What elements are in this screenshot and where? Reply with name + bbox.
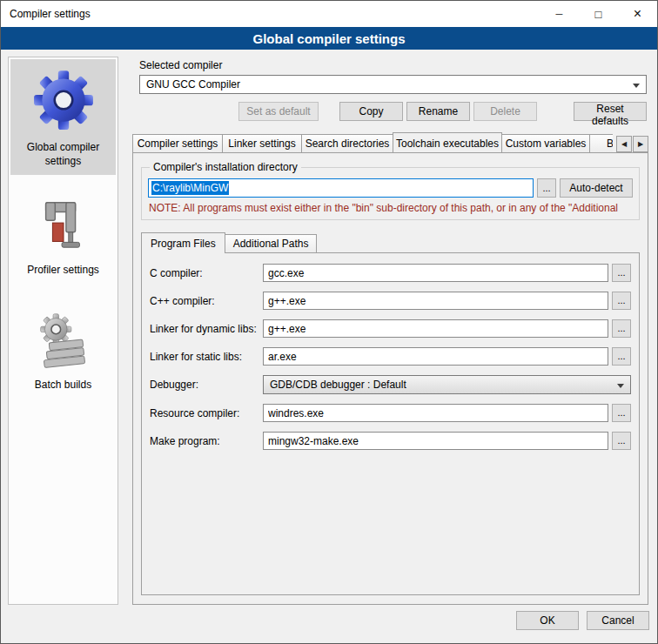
copy-button[interactable]: Copy (339, 102, 403, 121)
sidebar-item-global-compiler-settings[interactable]: Global compiler settings (10, 59, 116, 175)
chevron-down-icon (633, 84, 640, 88)
install-dir-groupbox: Compiler's installation directory C:\ray… (141, 161, 640, 220)
subtab-program-files[interactable]: Program Files (141, 232, 225, 253)
linker-dynamic-label: Linker for dynamic libs: (150, 323, 263, 335)
make-program-label: Make program: (150, 435, 263, 447)
main-panel: Selected compiler GNU GCC Compiler Set a… (127, 57, 650, 605)
batch-builds-icon (36, 312, 91, 368)
close-button[interactable]: × (618, 1, 657, 27)
sidebar-item-batch-builds[interactable]: Batch builds (10, 305, 116, 399)
arrow-right-icon: ▶ (638, 140, 643, 148)
cpp-compiler-label: C++ compiler: (150, 295, 263, 307)
subtab-additional-paths[interactable]: Additional Paths (225, 234, 318, 252)
tab-linker-settings[interactable]: Linker settings (222, 134, 302, 152)
tabs-viewport: Compiler settings Linker settings Search… (132, 132, 613, 152)
debugger-row: Debugger: GDB/CDB debugger : Default (150, 375, 631, 394)
page-title: Global compiler settings (1, 27, 657, 50)
minimize-button[interactable]: ─ (540, 1, 579, 27)
tab-toolchain-executables[interactable]: Toolchain executables (393, 132, 502, 152)
tab-scroll-right-button[interactable]: ▶ (633, 136, 648, 152)
linker-static-label: Linker for static libs: (150, 351, 263, 363)
program-files-panel: C compiler: ... C++ compiler: ... Linker… (141, 252, 640, 595)
cancel-button[interactable]: Cancel (587, 611, 649, 630)
selected-compiler-select[interactable]: GNU GCC Compiler (139, 75, 647, 94)
selected-compiler-value: GNU GCC Compiler (146, 78, 240, 91)
tab-scroll-left-button[interactable]: ◀ (616, 136, 632, 152)
compiler-settings-dialog: Compiler settings ─ □ × Global compiler … (0, 0, 658, 644)
note-text: NOTE: All programs must exist either in … (149, 202, 632, 214)
debugger-label: Debugger: (150, 379, 263, 391)
linker-static-input[interactable] (263, 347, 608, 366)
make-program-browse-button[interactable]: ... (612, 432, 631, 450)
make-program-input[interactable] (263, 432, 608, 450)
debugger-select[interactable]: GDB/CDB debugger : Default (263, 375, 631, 394)
tab-compiler-settings[interactable]: Compiler settings (132, 134, 223, 152)
compiler-tabstrip: Compiler settings Linker settings Search… (132, 132, 648, 152)
selected-compiler-label: Selected compiler (139, 59, 648, 71)
tab-search-directories[interactable]: Search directories (301, 134, 393, 152)
arrow-left-icon: ◀ (621, 140, 627, 148)
c-compiler-input[interactable] (263, 264, 608, 282)
rename-button[interactable]: Rename (406, 102, 470, 121)
install-dir-value: C:\raylib\MinGW (151, 181, 229, 195)
chevron-down-icon (617, 384, 624, 388)
tab-scrollers: ◀ ▶ (613, 136, 648, 152)
dialog-content: Global compiler settings Profiler setti (1, 50, 657, 607)
cpp-compiler-browse-button[interactable]: ... (612, 292, 631, 310)
sidebar-item-label: Global compiler settings (12, 141, 114, 168)
window-title: Compiler settings (1, 1, 540, 27)
cpp-compiler-row: C++ compiler: ... (150, 292, 631, 310)
minimize-icon: ─ (556, 9, 563, 19)
dialog-footer: OK Cancel (1, 607, 657, 643)
install-dir-group-title: Compiler's installation directory (150, 161, 301, 173)
install-dir-input[interactable]: C:\raylib\MinGW (148, 178, 534, 198)
delete-button[interactable]: Delete (473, 102, 537, 121)
debugger-value: GDB/CDB debugger : Default (270, 379, 406, 391)
gear-blue-icon (31, 66, 96, 131)
linker-static-browse-button[interactable]: ... (612, 347, 631, 366)
install-dir-row: C:\raylib\MinGW ... Auto-detect (148, 178, 633, 198)
tab-build-options[interactable]: Buil (589, 134, 613, 152)
linker-static-row: Linker for static libs: ... (150, 347, 631, 366)
resource-compiler-input[interactable] (263, 404, 608, 422)
c-compiler-browse-button[interactable]: ... (612, 264, 631, 282)
ok-button[interactable]: OK (516, 611, 579, 630)
install-dir-browse-button[interactable]: ... (537, 178, 556, 198)
resource-compiler-browse-button[interactable]: ... (612, 404, 631, 422)
close-icon: × (634, 6, 641, 22)
compiler-actions: Set as default Copy Rename Delete Reset … (139, 102, 647, 121)
maximize-button[interactable]: □ (579, 1, 618, 27)
set-as-default-button[interactable]: Set as default (238, 102, 319, 121)
tab-custom-variables[interactable]: Custom variables (501, 134, 590, 152)
auto-detect-button[interactable]: Auto-detect (560, 178, 633, 198)
resource-compiler-row: Resource compiler: ... (150, 404, 631, 422)
program-files-tabstrip: Program Files Additional Paths (141, 232, 640, 252)
toolchain-executables-panel: Compiler's installation directory C:\ray… (132, 152, 648, 605)
reset-defaults-button[interactable]: Reset defaults (574, 102, 647, 121)
linker-dynamic-browse-button[interactable]: ... (612, 319, 631, 338)
sidebar-item-label: Batch builds (35, 379, 91, 392)
maximize-icon: □ (595, 8, 602, 21)
titlebar: Compiler settings ─ □ × (1, 1, 657, 27)
sidebar-item-profiler-settings[interactable]: Profiler settings (10, 191, 116, 285)
linker-dynamic-row: Linker for dynamic libs: ... (150, 319, 631, 338)
c-compiler-row: C compiler: ... (150, 264, 631, 282)
c-compiler-label: C compiler: (150, 267, 263, 279)
resource-compiler-label: Resource compiler: (150, 407, 263, 419)
linker-dynamic-input[interactable] (263, 319, 608, 338)
make-program-row: Make program: ... (150, 432, 631, 450)
cpp-compiler-input[interactable] (263, 292, 608, 310)
profiler-icon (36, 198, 91, 253)
sidebar-item-label: Profiler settings (27, 264, 99, 278)
settings-sidebar: Global compiler settings Profiler setti (8, 57, 118, 605)
